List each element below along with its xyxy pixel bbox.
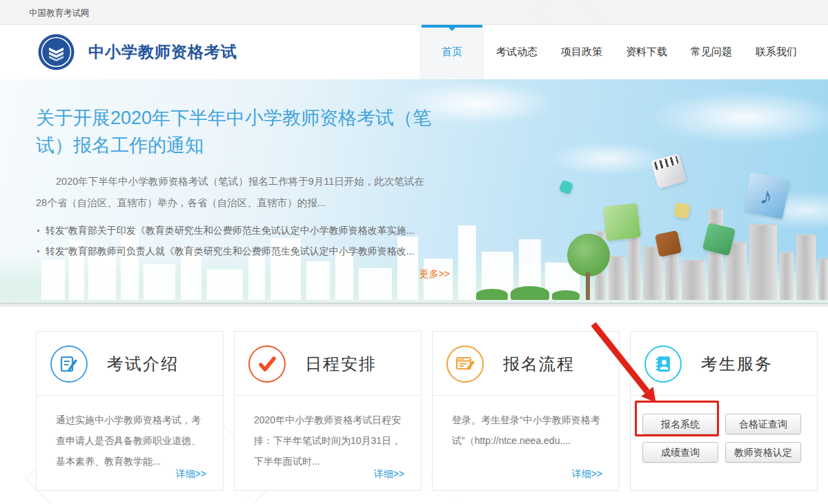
notice-list-item[interactable]: 转发“教育部教师司负责人就《教育类研究生和公费师范生免试认定中小学教师资格改..…: [36, 241, 450, 261]
card-head: 考试介绍: [37, 332, 223, 384]
exam-intro-icon: [50, 345, 88, 383]
card-title: 考试介绍: [107, 353, 179, 375]
cube-yellow: [673, 202, 690, 219]
card-head: 报名流程: [433, 332, 619, 384]
card-body-text: 通过实施中小学教师资格考试，考查申请人是否具备教师职业道德、基本素养、教育教学能…: [37, 396, 223, 472]
registration-flow-icon: [446, 345, 484, 383]
cube-piano: [651, 153, 687, 189]
notice-list: 转发“教育部关于印发《教育类研究生和公费师范生免试认定中小学教师资格改革实施..…: [36, 220, 450, 261]
main-nav: 首页 考试动态 项目政策 资料下载 常见问题 联系我们: [420, 25, 809, 79]
logo-badge-icon: [38, 34, 75, 70]
certificate-query-button[interactable]: 合格证查询: [725, 414, 801, 434]
cube-teal: [559, 180, 574, 195]
tree-trunk: [586, 272, 590, 300]
city-building: [749, 224, 777, 300]
cube-music-note: ♪: [743, 172, 790, 219]
nav-item-faq[interactable]: 常见问题: [679, 25, 744, 79]
bullet-dot: [37, 230, 39, 232]
bush: [552, 290, 580, 300]
score-query-button[interactable]: 成绩查询: [642, 442, 718, 463]
card-head: 日程安排: [235, 332, 421, 384]
city-building: [818, 259, 828, 300]
bush: [511, 286, 549, 300]
site-name-link[interactable]: 中国教育考试网: [29, 8, 90, 19]
cube-green: [602, 203, 641, 241]
service-button-grid: 报名系统 合格证查询 成绩查询 教师资格认定: [642, 414, 817, 463]
hero-banner: ♪ 关于开展2020年下半年中小学教师资格考试（笔试）报名工作的通知 2020年…: [0, 79, 828, 307]
detail-link[interactable]: 详细>>: [176, 468, 206, 481]
notice-summary: 2020年下半年中小学教师资格考试（笔试）报名工作将于9月11日开始，此次笔试在…: [36, 171, 426, 214]
more-link[interactable]: 更多>>: [36, 268, 450, 281]
detail-link[interactable]: 详细>>: [572, 468, 602, 481]
tree-icon: [567, 234, 610, 276]
nav-item-policies[interactable]: 项目政策: [549, 25, 614, 79]
page: 中国教育考试网 中小学教师资格考试 首页 考试动态 项目政策 资料下载 常见问题: [0, 0, 828, 504]
card-head: 考生服务: [631, 332, 817, 384]
nav-item-exam-news[interactable]: 考试动态: [484, 25, 549, 79]
card-schedule: 日程安排 2020年中小学教师资格考试日程安排：下半年笔试时间为10月31日，下…: [234, 331, 422, 491]
notice-list-item[interactable]: 转发“教育部关于印发《教育类研究生和公费师范生免试认定中小学教师资格改革实施..…: [36, 220, 450, 241]
logo[interactable]: 中小学教师资格考试: [38, 34, 237, 70]
card-row: 考试介绍 通过实施中小学教师资格考试，考查申请人是否具备教师职业道德、基本素养、…: [36, 331, 818, 491]
notice-list-item-text: 转发“教育部教师司负责人就《教育类研究生和公费师范生免试认定中小学教师资格改..…: [46, 245, 414, 256]
skyline-building: [458, 225, 476, 300]
schedule-check-icon: [248, 345, 286, 383]
top-utility-bar: 中国教育考试网: [0, 0, 828, 25]
nav-item-home[interactable]: 首页: [420, 25, 484, 79]
city-building: [780, 252, 793, 300]
detail-link[interactable]: 详细>>: [374, 468, 404, 481]
city-building: [609, 256, 625, 300]
header: 中小学教师资格考试 首页 考试动态 项目政策 资料下载 常见问题 联系我们: [0, 25, 828, 79]
city-building: [682, 260, 705, 300]
bush: [476, 289, 508, 300]
nav-item-downloads[interactable]: 资料下载: [614, 25, 679, 79]
card-candidate-service: 考生服务 报名系统 合格证查询 成绩查询 教师资格认定: [630, 331, 818, 491]
nav-item-contact[interactable]: 联系我们: [744, 25, 809, 79]
registration-system-button[interactable]: 报名系统: [642, 414, 718, 434]
card-registration-flow: 报名流程 登录。考生登录“中小学教师资格考试”（http://ntce.neea…: [432, 331, 620, 491]
candidate-service-icon: [644, 345, 682, 383]
divider: [631, 395, 817, 396]
notice-title-link[interactable]: 关于开展2020年下半年中小学教师资格考试（笔试）报名工作的通知: [36, 104, 440, 159]
card-exam-intro: 考试介绍 通过实施中小学教师资格考试，考查申请人是否具备教师职业道德、基本素养、…: [36, 331, 224, 491]
card-title: 日程安排: [305, 353, 377, 375]
teacher-qualification-button[interactable]: 教师资格认定: [725, 442, 801, 463]
card-body-text: 2020年中小学教师资格考试日程安排：下半年笔试时间为10月31日，下半年面试时…: [235, 396, 421, 472]
card-body-text: 登录。考生登录“中小学教师资格考试”（http://ntce.neea.edu.…: [433, 396, 619, 451]
cube-brown: [655, 230, 682, 257]
city-building: [796, 234, 816, 300]
main-content: 考试介绍 通过实施中小学教师资格考试，考查申请人是否具备教师职业道德、基本素养、…: [0, 307, 828, 504]
notice-list-item-text: 转发“教育部关于印发《教育类研究生和公费师范生免试认定中小学教师资格改革实施..…: [46, 225, 414, 236]
card-title: 报名流程: [503, 353, 575, 375]
bullet-dot: [37, 250, 39, 252]
card-title: 考生服务: [701, 353, 773, 375]
logo-title: 中小学教师资格考试: [88, 41, 237, 63]
hero-text-block: 关于开展2020年下半年中小学教师资格考试（笔试）报名工作的通知 2020年下半…: [36, 104, 450, 281]
